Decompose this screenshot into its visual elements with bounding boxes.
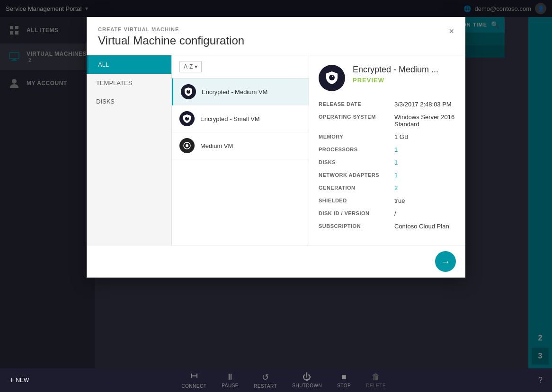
filter-dropdown-arrow: ▾ [195, 63, 197, 70]
detail-name: Encrypted - Medium ... [353, 65, 456, 75]
pause-icon: ⏸ [226, 372, 235, 382]
detail-table: RELEASE DATE 3/3/2017 2:48:03 PM OPERATI… [319, 101, 456, 230]
detail-label-disks: DISKS [319, 159, 394, 165]
modal-detail: Encrypted - Medium ... PREVIEW RELEASE D… [309, 55, 465, 245]
detail-value-disk-id: / [394, 210, 396, 217]
detail-value-release-date: 3/3/2017 2:48:03 PM [394, 101, 452, 108]
modal-overlay: CREATE VIRTUAL MACHINE Virtual Machine c… [0, 0, 552, 368]
modal: CREATE VIRTUAL MACHINE Virtual Machine c… [87, 17, 465, 278]
help-button[interactable]: ? [538, 376, 543, 384]
detail-header: Encrypted - Medium ... PREVIEW [319, 65, 456, 91]
detail-row-disks: DISKS 1 [319, 159, 456, 166]
detail-value-processors: 1 [394, 146, 398, 153]
shield-icon-1 [181, 84, 196, 99]
detail-row-os: OPERATING SYSTEM Windows Server 2016 Sta… [319, 113, 456, 128]
list-filter: A-Z ▾ [172, 55, 309, 78]
modal-nav-disks[interactable]: DISKS [87, 92, 171, 111]
shield-icon-2 [179, 111, 195, 126]
modal-list: A-Z ▾ Encrypted - Medium VM [172, 55, 309, 245]
list-item-encrypted-small[interactable]: Encrypted - Small VM [172, 105, 309, 132]
detail-title-block: Encrypted - Medium ... PREVIEW [353, 65, 456, 84]
detail-value-subscription: Contoso Cloud Plan [394, 223, 449, 230]
pause-label: PAUSE [222, 383, 239, 388]
stop-label: STOP [337, 383, 351, 388]
next-arrow-icon: → [441, 256, 450, 267]
modal-title: Virtual Machine configuration [98, 34, 454, 47]
restart-icon: ↺ [262, 372, 269, 383]
modal-close-button[interactable]: × [445, 25, 458, 38]
detail-row-processors: PROCESSORS 1 [319, 146, 456, 153]
filter-select[interactable]: A-Z ▾ [179, 61, 202, 72]
delete-label: DELETE [366, 383, 386, 388]
detail-row-disk-id: DISK ID / VERSION / [319, 210, 456, 217]
detail-value-network-adapters: 1 [394, 172, 398, 179]
detail-label-disk-id: DISK ID / VERSION [319, 210, 394, 216]
modal-nav-all[interactable]: ALL [87, 55, 171, 74]
shutdown-action[interactable]: ⏻ SHUTDOWN [292, 372, 322, 388]
detail-label-release-date: RELEASE DATE [319, 101, 394, 107]
detail-label-os: OPERATING SYSTEM [319, 113, 394, 120]
shutdown-icon: ⏻ [303, 372, 312, 382]
detail-value-shielded: true [394, 197, 405, 204]
list-item-encrypted-small-label: Encrypted - Small VM [200, 115, 260, 122]
modal-nav: ALL TEMPLATES DISKS [87, 55, 172, 245]
help-icon: ? [538, 376, 543, 384]
detail-label-generation: GENERATION [319, 184, 394, 191]
modal-footer: → [87, 245, 465, 278]
detail-value-memory: 1 GB [394, 133, 409, 140]
delete-action: 🗑 DELETE [366, 372, 386, 388]
shutdown-label: SHUTDOWN [292, 383, 322, 388]
detail-label-shielded: SHIELDED [319, 197, 394, 203]
disk-icon [179, 138, 195, 153]
bottom-toolbar: + NEW CONNECT ⏸ PAUSE ↺ RESTART ⏻ SHUTDO… [0, 368, 552, 392]
detail-label-memory: MEMORY [319, 133, 394, 139]
delete-icon: 🗑 [372, 372, 381, 382]
detail-shield-icon [319, 65, 345, 91]
detail-label-subscription: SUBSCRIPTION [319, 223, 394, 229]
detail-row-generation: GENERATION 2 [319, 184, 456, 192]
connect-label: CONNECT [181, 383, 206, 389]
restart-label: RESTART [254, 383, 277, 389]
detail-value-disks: 1 [394, 159, 398, 166]
detail-row-memory: MEMORY 1 GB [319, 133, 456, 140]
list-item-medium-label: Medium VM [200, 142, 233, 149]
next-button[interactable]: → [435, 251, 456, 272]
list-item-medium[interactable]: Medium VM [172, 132, 309, 159]
svg-point-14 [186, 144, 188, 147]
detail-row-subscription: SUBSCRIPTION Contoso Cloud Plan [319, 223, 456, 230]
new-button-label: NEW [16, 377, 29, 383]
stop-icon: ■ [341, 372, 347, 382]
detail-row-release-date: RELEASE DATE 3/3/2017 2:48:03 PM [319, 101, 456, 108]
stop-action[interactable]: ■ STOP [337, 372, 351, 388]
detail-value-os: Windows Server 2016 Standard [394, 113, 456, 128]
restart-action[interactable]: ↺ RESTART [254, 372, 277, 389]
detail-row-shielded: SHIELDED true [319, 197, 456, 204]
detail-row-network-adapters: NETWORK ADAPTERS 1 [319, 172, 456, 179]
pause-action[interactable]: ⏸ PAUSE [222, 372, 239, 388]
detail-label-network-adapters: NETWORK ADAPTERS [319, 172, 394, 178]
detail-label-processors: PROCESSORS [319, 146, 394, 152]
modal-header: CREATE VIRTUAL MACHINE Virtual Machine c… [87, 17, 465, 55]
connect-icon [189, 372, 199, 383]
modal-subtitle: CREATE VIRTUAL MACHINE [98, 26, 454, 32]
modal-body: ALL TEMPLATES DISKS A-Z ▾ [87, 55, 465, 245]
filter-value: A-Z [184, 63, 193, 70]
list-item-encrypted-medium-label: Encrypted - Medium VM [202, 88, 267, 96]
modal-nav-templates[interactable]: TEMPLATES [87, 74, 171, 92]
plus-icon: + [9, 376, 14, 384]
new-button[interactable]: + NEW [9, 376, 29, 384]
list-item-encrypted-medium[interactable]: Encrypted - Medium VM [172, 78, 309, 105]
toolbar-actions: CONNECT ⏸ PAUSE ↺ RESTART ⏻ SHUTDOWN ■ S… [181, 372, 386, 389]
detail-badge: PREVIEW [353, 77, 456, 84]
connect-action[interactable]: CONNECT [181, 372, 206, 389]
detail-value-generation: 2 [394, 184, 398, 192]
